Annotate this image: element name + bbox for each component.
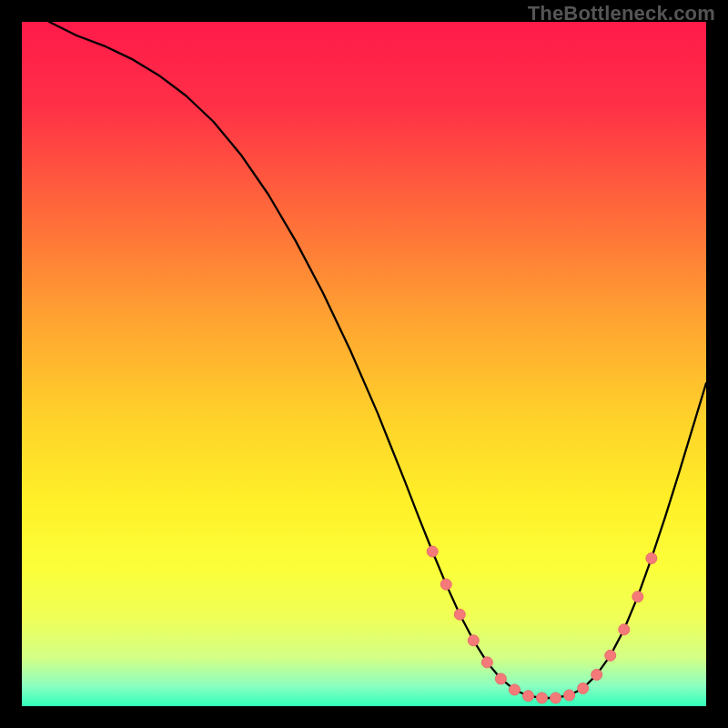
curve-marker — [454, 609, 465, 620]
curve-marker — [619, 624, 630, 635]
curve-marker — [605, 650, 616, 661]
curve-marker — [468, 635, 479, 646]
curve-marker — [537, 693, 548, 703]
curve-marker — [551, 693, 561, 703]
chart-svg — [22, 22, 706, 706]
curve-marker — [509, 684, 520, 695]
curve-marker — [522, 691, 533, 702]
curve-marker — [564, 690, 575, 701]
curve-marker — [646, 553, 657, 564]
curve-marker — [427, 546, 438, 557]
curve-marker — [481, 657, 492, 668]
curve-marker — [632, 592, 643, 602]
curve-marker — [495, 673, 506, 684]
gradient-background — [22, 22, 706, 706]
plot-area — [22, 22, 706, 706]
curve-marker — [592, 669, 602, 680]
chart-frame: TheBottleneck.com — [0, 0, 728, 728]
curve-marker — [578, 682, 589, 693]
curve-marker — [440, 579, 451, 590]
